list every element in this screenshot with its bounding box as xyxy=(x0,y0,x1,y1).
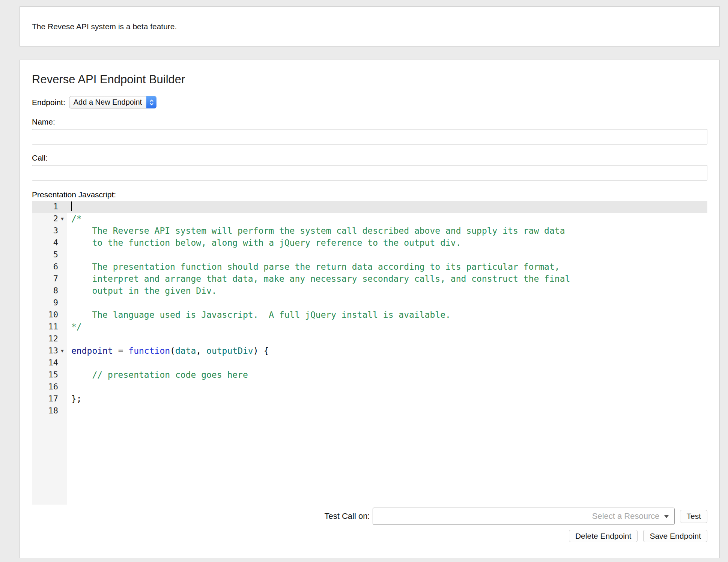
line-number: 12 xyxy=(32,333,58,345)
code-token: endpoint xyxy=(71,346,113,356)
fold-marker-icon[interactable]: ▾ xyxy=(58,345,66,357)
line-number: 4 xyxy=(32,237,58,249)
endpoint-label: Endpoint: xyxy=(32,98,65,107)
presentation-js-label: Presentation Javascript: xyxy=(32,190,707,199)
fold-spacer xyxy=(58,405,66,417)
delete-endpoint-button[interactable]: Delete Endpoint xyxy=(569,530,638,542)
line-number: 14 xyxy=(32,357,58,369)
gutter-cell: 12 xyxy=(32,333,66,345)
code-text: }; xyxy=(66,393,707,405)
editor-lines: 12▾/*3 The Reverse API system will perfo… xyxy=(32,201,707,417)
call-input[interactable] xyxy=(32,165,707,180)
gutter-cell: 18 xyxy=(32,405,66,417)
gutter-cell: 6 xyxy=(32,261,66,273)
gutter-cell: 10 xyxy=(32,309,66,321)
code-token: output in the given Div. xyxy=(71,286,217,296)
gutter-cell: 1 xyxy=(32,201,66,213)
name-input[interactable] xyxy=(32,129,707,144)
endpoint-builder-panel: Reverse API Endpoint Builder Endpoint: A… xyxy=(20,60,720,558)
code-line[interactable]: 8 output in the given Div. xyxy=(32,285,707,297)
code-token: /* xyxy=(71,214,82,224)
resource-combobox[interactable]: Select a Resource xyxy=(373,508,675,525)
gutter-cell: 16 xyxy=(32,381,66,393)
fold-spacer xyxy=(58,237,66,249)
code-token: outputDiv xyxy=(206,346,253,356)
code-line[interactable]: 6 The presentation function should parse… xyxy=(32,261,707,273)
code-line[interactable]: 10 The language used is Javascript. A fu… xyxy=(32,309,707,321)
gutter-cell: 4 xyxy=(32,237,66,249)
gutter-cell: 3 xyxy=(32,225,66,237)
code-token: function xyxy=(128,346,170,356)
page-title: Reverse API Endpoint Builder xyxy=(32,73,707,86)
code-text xyxy=(66,405,707,417)
code-token: The presentation function should parse t… xyxy=(71,262,560,272)
fold-spacer xyxy=(58,285,66,297)
gutter-cell: 13▾ xyxy=(32,345,66,357)
code-editor[interactable]: 12▾/*3 The Reverse API system will perfo… xyxy=(32,201,707,505)
code-line[interactable]: 16 xyxy=(32,381,707,393)
fold-spacer xyxy=(58,261,66,273)
code-line[interactable]: 2▾/* xyxy=(32,213,707,225)
fold-spacer xyxy=(58,249,66,261)
test-button[interactable]: Test xyxy=(680,510,707,523)
gutter-cell: 5 xyxy=(32,249,66,261)
code-token: ( xyxy=(170,346,175,356)
code-text: interpret and arrange that data, make an… xyxy=(66,273,707,285)
code-line[interactable]: 14 xyxy=(32,357,707,369)
code-line[interactable]: 18 xyxy=(32,405,707,417)
endpoint-select-value: Add a New Endpoint xyxy=(74,98,146,107)
code-line[interactable]: 3 The Reverse API system will perform th… xyxy=(32,225,707,237)
gutter-cell: 2▾ xyxy=(32,213,66,225)
code-text: // presentation code goes here xyxy=(66,369,707,381)
gutter-cell: 14 xyxy=(32,357,66,369)
code-line[interactable]: 5 xyxy=(32,249,707,261)
fold-spacer xyxy=(58,357,66,369)
code-text: /* xyxy=(66,213,707,225)
code-line[interactable]: 4 to the function below, along with a jQ… xyxy=(32,237,707,249)
fold-marker-icon[interactable]: ▾ xyxy=(58,213,66,225)
code-line[interactable]: 15 // presentation code goes here xyxy=(32,369,707,381)
gutter-cell: 11 xyxy=(32,321,66,333)
call-label: Call: xyxy=(32,153,707,162)
code-line[interactable]: 11*/ xyxy=(32,321,707,333)
gutter-cell: 15 xyxy=(32,369,66,381)
gutter-cell: 9 xyxy=(32,297,66,309)
code-token: = xyxy=(113,346,129,356)
code-text: The Reverse API system will perform the … xyxy=(66,225,707,237)
save-endpoint-button[interactable]: Save Endpoint xyxy=(643,530,707,542)
test-call-row: Test Call on: Select a Resource Test xyxy=(32,508,707,525)
code-line[interactable]: 17}; xyxy=(32,393,707,405)
code-token: */ xyxy=(71,322,82,332)
code-text: */ xyxy=(66,321,707,333)
code-text xyxy=(66,249,707,261)
line-number: 1 xyxy=(32,201,58,213)
fold-spacer xyxy=(58,201,66,213)
fold-spacer xyxy=(58,297,66,309)
name-label: Name: xyxy=(32,117,707,126)
fold-spacer xyxy=(58,393,66,405)
code-line[interactable]: 12 xyxy=(32,333,707,345)
code-text: The presentation function should parse t… xyxy=(66,261,707,273)
beta-notice-banner: The Revese API system is a beta feature. xyxy=(20,6,720,47)
code-line[interactable]: 7 interpret and arrange that data, make … xyxy=(32,273,707,285)
code-token: , xyxy=(196,346,206,356)
code-text xyxy=(66,381,707,393)
code-text xyxy=(66,357,707,369)
fold-spacer xyxy=(58,273,66,285)
gutter-cell: 8 xyxy=(32,285,66,297)
line-number: 2 xyxy=(32,213,58,225)
fold-spacer xyxy=(58,333,66,345)
gutter-cell: 17 xyxy=(32,393,66,405)
code-text xyxy=(66,333,707,345)
resource-placeholder: Select a Resource xyxy=(592,511,660,521)
code-text xyxy=(66,297,707,309)
line-number: 17 xyxy=(32,393,58,405)
code-line[interactable]: 9 xyxy=(32,297,707,309)
endpoint-select[interactable]: Add a New Endpoint xyxy=(69,96,156,108)
code-text xyxy=(66,201,707,213)
test-call-label: Test Call on: xyxy=(324,511,370,521)
code-line[interactable]: 1 xyxy=(32,201,707,213)
line-number: 9 xyxy=(32,297,58,309)
line-number: 15 xyxy=(32,369,58,381)
code-line[interactable]: 13▾endpoint = function(data, outputDiv) … xyxy=(32,345,707,357)
